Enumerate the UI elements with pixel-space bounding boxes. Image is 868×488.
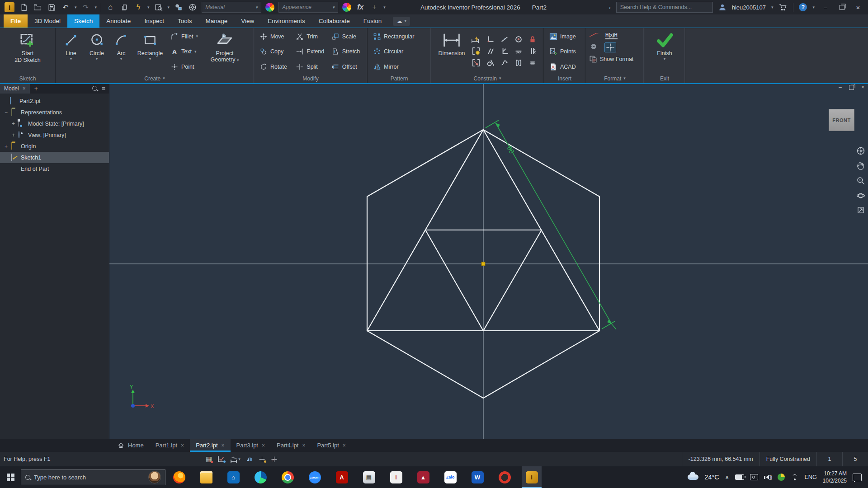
relax-mode-button[interactable]: [271, 456, 278, 463]
circular-pattern-button[interactable]: Circular: [371, 46, 425, 57]
help-button[interactable]: ?: [799, 3, 807, 11]
doc-tab-part4[interactable]: Part4.ipt×: [271, 439, 311, 452]
tab-3d-model[interactable]: 3D Model: [28, 14, 67, 28]
rectangular-pattern-button[interactable]: Rectangular: [371, 31, 425, 42]
browser-add-tab-button[interactable]: +: [30, 85, 42, 92]
measure-dropdown[interactable]: ▾: [168, 5, 170, 9]
taskbar-search[interactable]: Type here to search: [21, 469, 165, 485]
open-file-button[interactable]: [33, 2, 42, 12]
tree-item-sketch1[interactable]: Sketch1: [0, 152, 109, 163]
expand-expander[interactable]: +: [4, 143, 9, 150]
expand-expander[interactable]: +: [11, 132, 16, 138]
project-geometry-button[interactable]: Project Geometry ▾: [207, 29, 243, 74]
parallel-constraint-button[interactable]: [487, 47, 494, 56]
doc-tab-part5[interactable]: Part5.ipt×: [311, 439, 351, 452]
pan-hand-icon[interactable]: [857, 161, 865, 170]
copy-properties-button[interactable]: [119, 2, 129, 12]
render-button[interactable]: [188, 2, 198, 12]
arc-dropdown[interactable]: ▾: [120, 57, 123, 61]
line-dropdown[interactable]: ▾: [70, 57, 72, 61]
taskbar-app-chrome[interactable]: [278, 466, 297, 488]
driven-dimension-button[interactable]: H(x)H: [605, 32, 618, 39]
browser-tab-model[interactable]: Model ×: [0, 83, 30, 94]
circle-button[interactable]: Circle ▾: [85, 29, 109, 74]
browser-search-icon[interactable]: [92, 86, 97, 91]
slice-graphics-button[interactable]: [246, 455, 253, 463]
tab-manage[interactable]: Manage: [198, 14, 234, 28]
doc-tab-part3[interactable]: Part3.ipt×: [231, 439, 271, 452]
constraint-settings-button[interactable]: [472, 59, 481, 68]
close-tab-icon[interactable]: ×: [302, 442, 305, 449]
start-button[interactable]: [0, 466, 21, 488]
taskbar-app-edge[interactable]: [250, 466, 270, 488]
close-tab-icon[interactable]: ×: [222, 442, 225, 449]
taskbar-app-firefox[interactable]: [169, 466, 189, 488]
taskbar-app-word[interactable]: W: [467, 466, 487, 488]
qat-add-button[interactable]: +: [369, 2, 379, 12]
sketch-center-point[interactable]: [481, 262, 485, 266]
fillet-dropdown[interactable]: ▾: [196, 34, 198, 38]
import-points-button[interactable]: Points: [547, 46, 582, 57]
coincident-constraint-button[interactable]: [487, 36, 494, 44]
volume-icon[interactable]: ))): [764, 474, 772, 480]
view-cube[interactable]: FRONT: [829, 109, 854, 131]
taskbar-app-autocad[interactable]: ▲: [413, 466, 433, 488]
taskbar-clock[interactable]: 10:27 AM 10/2/2025: [823, 470, 847, 484]
dimension-value-text[interactable]: 60: [505, 145, 516, 155]
temperature-reading[interactable]: 24°C: [704, 474, 719, 481]
copy-button[interactable]: Copy: [257, 46, 292, 57]
insert-image-button[interactable]: Image: [547, 31, 582, 42]
iproperties-dropdown[interactable]: ▾: [147, 5, 150, 9]
start-2d-sketch-button[interactable]: Start 2D Sketch: [9, 29, 47, 74]
look-at-icon[interactable]: [857, 206, 865, 214]
arc-button[interactable]: Arc ▾: [110, 29, 132, 74]
import-acad-button[interactable]: ACAD: [547, 61, 582, 72]
tab-view[interactable]: View: [234, 14, 261, 28]
close-tab-icon[interactable]: ×: [343, 442, 346, 449]
auto-dimension-button[interactable]: [471, 36, 481, 44]
taskbar-app-inventor[interactable]: I: [522, 466, 542, 488]
rotate-button[interactable]: Rotate: [257, 61, 292, 72]
zoom-tool-icon[interactable]: [856, 176, 865, 185]
tree-item-part[interactable]: Part2.ipt: [0, 95, 109, 107]
text-dropdown[interactable]: ▾: [194, 50, 197, 54]
user-menu-dropdown[interactable]: ▾: [771, 5, 774, 9]
tab-collaborate[interactable]: Collaborate: [312, 14, 357, 28]
cart-icon[interactable]: [778, 3, 788, 11]
doc-minimize-button[interactable]: –: [839, 84, 842, 90]
finish-dropdown[interactable]: ▾: [664, 57, 666, 61]
fix-constraint-button[interactable]: [529, 36, 536, 44]
stretch-button[interactable]: Stretch: [329, 46, 364, 57]
orbit-icon[interactable]: [856, 191, 865, 200]
weather-icon[interactable]: [688, 474, 698, 480]
horizontal-constraint-button[interactable]: [515, 47, 522, 56]
expand-expander[interactable]: +: [11, 121, 16, 127]
extend-button[interactable]: Extend: [293, 46, 327, 57]
panel-label-sketch[interactable]: Sketch: [0, 74, 55, 83]
panel-label-create[interactable]: Create▾: [56, 74, 254, 83]
search-assistant-avatar[interactable]: [148, 471, 161, 483]
point-button[interactable]: Point: [168, 61, 205, 72]
iproperties-button[interactable]: ϟ: [133, 2, 143, 12]
mirror-button[interactable]: Mirror: [371, 61, 425, 72]
close-tab-icon[interactable]: ×: [181, 442, 184, 449]
tab-annotate[interactable]: Annotate: [99, 14, 137, 28]
signed-in-username[interactable]: hieu2005107: [732, 4, 766, 11]
material-select[interactable]: Material ▾: [202, 2, 261, 13]
scale-button[interactable]: Scale: [329, 31, 364, 42]
tangent-constraint-button[interactable]: [487, 59, 494, 68]
taskbar-app-notes[interactable]: ▤: [359, 466, 379, 488]
sketch-canvas[interactable]: 60 Y X – × FRONT: [109, 83, 868, 439]
parameters-fx-button[interactable]: fx: [355, 2, 365, 12]
construction-toggle-button[interactable]: [589, 32, 599, 39]
redo-dropdown[interactable]: ▾: [95, 5, 97, 9]
taskbar-app-file-explorer[interactable]: [196, 466, 216, 488]
panel-label-modify[interactable]: Modify: [254, 74, 367, 83]
undo-button[interactable]: ↶: [61, 2, 71, 12]
grid-toggle-button[interactable]: ▦: [206, 455, 212, 463]
taskbar-app-opera[interactable]: [495, 466, 514, 488]
doc-restore-button[interactable]: [849, 85, 854, 90]
view-cube-front-face[interactable]: FRONT: [832, 117, 850, 123]
trim-button[interactable]: Trim: [293, 31, 327, 42]
tab-tools[interactable]: Tools: [171, 14, 199, 28]
